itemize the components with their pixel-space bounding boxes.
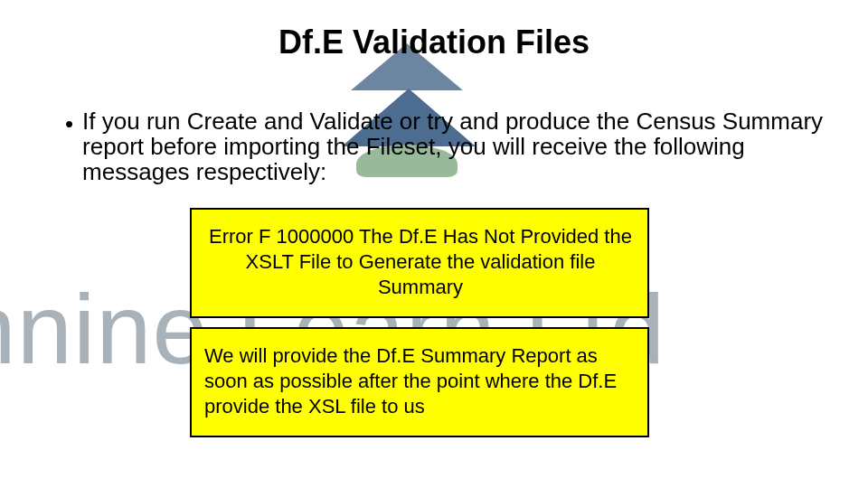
bullet-marker: • xyxy=(65,110,73,137)
info-message-box: We will provide the Df.E Summary Report … xyxy=(190,327,649,437)
error-message-box: Error F 1000000 The Df.E Has Not Provide… xyxy=(190,208,649,318)
bullet-text: If you run Create and Validate or try an… xyxy=(82,108,832,184)
slide-body: • If you run Create and Validate or try … xyxy=(65,108,832,184)
slide: Pennine Learn Ltd Df.E Validation Files … xyxy=(0,0,868,488)
error-message-text: Error F 1000000 The Df.E Has Not Provide… xyxy=(204,224,637,300)
info-message-text: We will provide the Df.E Summary Report … xyxy=(204,343,637,419)
slide-title: Df.E Validation Files xyxy=(0,23,868,61)
bullet-item: • If you run Create and Validate or try … xyxy=(65,108,832,184)
